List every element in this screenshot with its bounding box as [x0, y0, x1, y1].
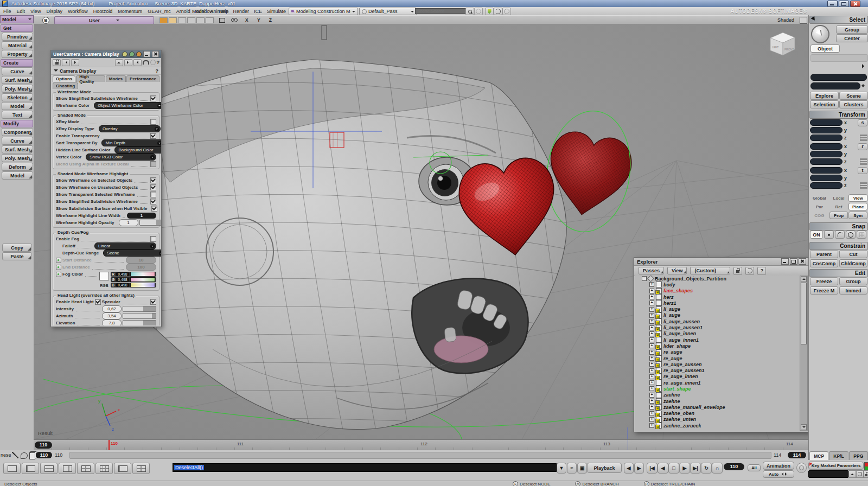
- menu-hootzoid[interactable]: Hootzoid: [93, 9, 113, 14]
- select-falloff[interactable]: Linear: [94, 242, 156, 250]
- tree-item-re-auge[interactable]: re_auge: [635, 349, 800, 355]
- expand-icon[interactable]: [649, 423, 654, 428]
- tree-item-herz1[interactable]: herz1: [635, 300, 800, 306]
- refresh-button[interactable]: [856, 470, 864, 478]
- slider-thumb[interactable]: [142, 278, 145, 282]
- checkbox-enable-head-light[interactable]: [95, 299, 101, 305]
- section-help-button[interactable]: ?: [156, 68, 159, 74]
- expand-icon[interactable]: [649, 343, 654, 348]
- clusters-button[interactable]: Clusters: [839, 100, 868, 108]
- options-icon[interactable]: [860, 135, 867, 141]
- close-panel-button[interactable]: [152, 51, 159, 57]
- up-level-button[interactable]: [115, 59, 123, 66]
- toolbar-button-modify-poly-mesh[interactable]: Poly. Mesh: [2, 154, 33, 162]
- layout-button-2[interactable]: [22, 463, 39, 474]
- script-editor-icon[interactable]: ≈: [567, 463, 577, 474]
- panel-tab-ppg[interactable]: PPG: [849, 451, 868, 460]
- toggle-local[interactable]: Local: [829, 194, 848, 202]
- key-button[interactable]: [796, 463, 807, 473]
- slider-thumb[interactable]: [142, 284, 145, 287]
- mode-button-s[interactable]: s: [858, 119, 867, 126]
- tree-item-re-auge-innen1[interactable]: re_auge_innen1: [635, 380, 800, 386]
- axis-toggle-labels[interactable]: X Y Z: [245, 17, 276, 23]
- toolbar-button-create-surf-mesh[interactable]: Surf. Mesh: [2, 76, 33, 84]
- tree-item-re-auge-innen[interactable]: re_auge_innen: [635, 374, 800, 380]
- search-button[interactable]: [465, 8, 474, 15]
- constrain-cut[interactable]: Cut: [839, 250, 867, 258]
- animatable-icon[interactable]: [56, 272, 61, 277]
- step-back-button[interactable]: ◀: [624, 463, 634, 474]
- minimize-button[interactable]: [827, 1, 838, 7]
- expand-icon[interactable]: [649, 337, 654, 342]
- toggle-plane[interactable]: Plane: [848, 203, 867, 210]
- magnet-icon[interactable]: [143, 60, 149, 65]
- command-input[interactable]: DeselectAll(): [173, 463, 557, 472]
- channel-value[interactable]: 0,498: [116, 283, 129, 287]
- menu-file[interactable]: File: [3, 9, 11, 14]
- memo-cam-4[interactable]: [187, 17, 195, 23]
- select-tool-button[interactable]: [811, 25, 829, 43]
- expand-icon[interactable]: [649, 325, 654, 330]
- expand-icon[interactable]: [649, 319, 654, 324]
- menu-gear-mc[interactable]: GEAR_mc: [148, 9, 171, 14]
- mode-button-r[interactable]: r: [858, 143, 867, 150]
- pin-icon[interactable]: [136, 52, 142, 57]
- loop-button[interactable]: ↻: [701, 463, 712, 474]
- keying-panel-icon[interactable]: ▣: [577, 463, 587, 474]
- expand-icon[interactable]: [649, 362, 654, 367]
- transform-field-t-z[interactable]: [810, 182, 843, 189]
- tree-item-zaehne[interactable]: zaehne: [635, 392, 800, 398]
- refresh-button[interactable]: [745, 267, 754, 275]
- animatable-icon[interactable]: [56, 258, 61, 263]
- checkbox-show-transparent-selected-wireframe[interactable]: [150, 191, 156, 197]
- keyframe-icon[interactable]: [150, 60, 156, 65]
- auto-key-button[interactable]: Auto: [763, 470, 794, 478]
- slider-value-azimuth[interactable]: 3,54: [102, 312, 122, 319]
- scroll-up-icon[interactable]: [801, 276, 807, 282]
- back-button[interactable]: [62, 59, 70, 66]
- expand-icon[interactable]: [649, 331, 654, 336]
- toggle-global[interactable]: Global: [810, 194, 829, 202]
- tree-item-zaehne-manuell-envelope[interactable]: zaehne_manuell_envelope: [635, 404, 800, 410]
- menu-view[interactable]: View: [30, 9, 41, 14]
- tree-item-re-auge[interactable]: re_auge: [635, 355, 800, 361]
- lock-button[interactable]: [733, 267, 742, 275]
- tree-item-re-auge-aussen1[interactable]: re_auge_aussen1: [635, 367, 800, 373]
- tree-item-li-auge[interactable]: li_auge: [635, 312, 800, 318]
- menu-ice[interactable]: ICE: [254, 9, 262, 14]
- channel-slider[interactable]: [130, 272, 155, 277]
- palette-icon[interactable]: [21, 452, 28, 459]
- viewport-letter-button[interactable]: B: [42, 17, 49, 24]
- memo-cam-6[interactable]: [206, 17, 214, 23]
- spinner[interactable]: [861, 82, 865, 89]
- tree-item-li-auge-innen[interactable]: li_auge_innen: [635, 331, 800, 337]
- copy-button[interactable]: Copy: [2, 244, 32, 252]
- slider-value-wireframe-highlight-opacity[interactable]: 1: [119, 219, 138, 226]
- close-button[interactable]: [799, 258, 806, 265]
- go-to-end-button[interactable]: ▶|: [690, 463, 701, 474]
- memo-cam-5[interactable]: [196, 17, 205, 23]
- minimize-button[interactable]: [781, 258, 789, 265]
- minimize-panel-button[interactable]: [143, 51, 150, 57]
- edit-freeze[interactable]: Freeze: [810, 277, 838, 285]
- select-sort-transparent-by[interactable]: Min Depth: [101, 139, 161, 146]
- range-end-field[interactable]: 114: [788, 452, 806, 458]
- keyable-parameters-bar[interactable]: [808, 470, 848, 478]
- panel-tab-mcp[interactable]: MCP: [809, 451, 828, 460]
- expand-icon[interactable]: [649, 356, 654, 361]
- snap-grid-button[interactable]: [857, 231, 866, 239]
- expand-icon[interactable]: [649, 307, 654, 312]
- tree-item-zaehne-unten[interactable]: zaehne_unten: [635, 417, 800, 423]
- result-label[interactable]: Result: [38, 430, 53, 436]
- pen-icon[interactable]: [12, 452, 18, 458]
- maximize-button[interactable]: [839, 1, 849, 7]
- search-options-button[interactable]: [474, 8, 483, 15]
- constrain-parent[interactable]: Parent: [810, 250, 838, 258]
- checkbox-show-simplified-subdivision-wireframe[interactable]: [150, 95, 156, 101]
- checkbox-enable-transparency[interactable]: [150, 133, 156, 139]
- tree-item-zaehne-oben[interactable]: zaehne_oben: [635, 411, 800, 417]
- expand-icon[interactable]: [649, 282, 654, 287]
- checkbox-blend-using-alpha-in-texture-decal[interactable]: [150, 161, 156, 167]
- snap-curve-button[interactable]: [835, 231, 845, 239]
- playback-menu-button[interactable]: Playback: [587, 463, 622, 473]
